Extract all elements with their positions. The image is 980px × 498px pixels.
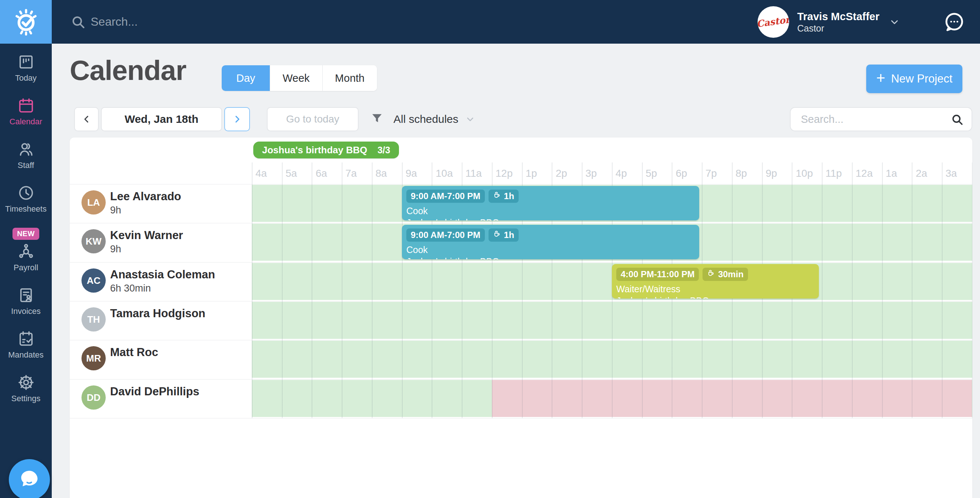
sidebar-item-calendar[interactable]: Calendar — [0, 97, 52, 127]
current-date-display[interactable]: Wed, Jan 18th — [101, 107, 222, 131]
today-icon — [17, 53, 35, 71]
shift-project: Joshua's birthday BBQ — [616, 296, 815, 298]
sidebar-item-today[interactable]: Today — [0, 53, 52, 83]
staff-name: Kevin Warner — [110, 229, 183, 242]
avatar: DD — [81, 385, 106, 410]
availability-available[interactable] — [252, 302, 972, 339]
sidebar-item-label: Mandates — [8, 350, 44, 360]
hour-label: 10a — [436, 168, 453, 179]
hour-label: 3a — [945, 168, 957, 179]
sidebar-item-label: Payroll — [14, 263, 38, 273]
tab-week[interactable]: Week — [270, 65, 323, 91]
staff-row-mr[interactable]: MRMatt Roc — [70, 340, 252, 379]
chevron-down-icon — [890, 17, 899, 27]
hour-label: 1p — [526, 168, 537, 179]
company-logo-text: Castor — [757, 14, 789, 29]
filter-icon[interactable] — [370, 112, 384, 127]
user-text: Travis McStaffer Castor — [797, 10, 880, 34]
new-badge: NEW — [13, 228, 39, 240]
tab-month[interactable]: Month — [323, 65, 377, 91]
sidebar-item-label: Calendar — [10, 117, 42, 127]
chat-bubble-icon — [18, 468, 40, 492]
user-company: Castor — [797, 23, 880, 34]
sidebar-nav: TodayCalendarStaffTimesheetsNEWPayrollIn… — [0, 44, 52, 403]
invoices-icon — [17, 286, 35, 304]
staff-name: Anastasia Coleman — [110, 268, 215, 281]
hour-label: 5p — [646, 168, 657, 179]
sidebar-item-payroll[interactable]: NEWPayroll — [0, 228, 52, 273]
avatar: LA — [81, 190, 106, 214]
hour-label: 4a — [255, 168, 267, 179]
sidebar-item-staff[interactable]: Staff — [0, 140, 52, 170]
staff-row-ac[interactable]: ACAnastasia Coleman6h 30min — [70, 262, 252, 301]
shift-cook[interactable]: 9:00 AM-7:00 PM1hCookJoshua's birthday B… — [402, 225, 699, 259]
search-icon[interactable] — [951, 113, 964, 126]
shift-time: 9:00 AM-7:00 PM — [406, 190, 485, 203]
row-separator — [70, 418, 972, 419]
shift-role: Cook — [406, 206, 695, 216]
hour-label: 10p — [796, 168, 813, 179]
avatar: MR — [81, 346, 106, 370]
project-banner[interactable]: Joshua's birthday BBQ 3/3 — [253, 141, 399, 159]
staff-row-la[interactable]: LALee Alvarado9h — [70, 184, 252, 223]
hour-label: 9p — [766, 168, 777, 179]
calendar-icon — [17, 97, 35, 114]
go-to-today-button[interactable]: Go to today — [267, 107, 359, 131]
staff-row-th[interactable]: THTamara Hodgison — [70, 301, 252, 340]
hour-label: 6a — [316, 168, 327, 179]
sidebar-item-invoices[interactable]: Invoices — [0, 286, 52, 316]
hour-label: 9a — [406, 168, 417, 179]
shift-cook[interactable]: 9:00 AM-7:00 PM1hCookJoshua's birthday B… — [402, 186, 699, 220]
chevron-down-icon — [466, 115, 474, 124]
hour-label: 8a — [375, 168, 387, 179]
shift-break: 1h — [488, 190, 519, 203]
coffee-cup-icon — [707, 269, 715, 279]
staff-name: David DePhillips — [110, 385, 199, 398]
new-project-button[interactable]: + New Project — [866, 65, 963, 93]
sidebar-item-label: Staff — [18, 161, 34, 170]
staff-row-dd[interactable]: DDDavid DePhillips — [70, 379, 252, 418]
new-project-label: New Project — [891, 72, 953, 86]
sidebar-item-label: Timesheets — [5, 204, 47, 214]
shift-break: 1h — [488, 228, 519, 242]
shift-project: Joshua's birthday BBQ — [406, 256, 695, 259]
global-search-input[interactable] — [91, 15, 326, 29]
schedule-filter-dropdown[interactable]: All schedules — [393, 107, 474, 131]
hour-label: 8p — [735, 168, 747, 179]
shift-time: 4:00 PM-11:00 PM — [616, 268, 699, 281]
tab-day[interactable]: Day — [222, 65, 270, 91]
messages-icon[interactable] — [943, 11, 964, 33]
next-day-button[interactable] — [224, 107, 250, 131]
prev-day-button[interactable] — [74, 107, 99, 131]
staff-hours: 9h — [110, 244, 121, 255]
sidebar-item-mandates[interactable]: Mandates — [0, 330, 52, 360]
chat-launcher-button[interactable] — [9, 459, 50, 498]
staff-name: Matt Roc — [110, 346, 158, 359]
shift-pills: 4:00 PM-11:00 PM30min — [616, 268, 815, 281]
calendar-search — [790, 107, 972, 131]
shift-waiter-waitress[interactable]: 4:00 PM-11:00 PM30minWaiter/WaitressJosh… — [612, 264, 819, 298]
search-icon — [71, 15, 86, 29]
staff-hours: 6h 30min — [110, 283, 151, 294]
availability-available[interactable] — [252, 341, 972, 378]
calendar-search-input[interactable] — [801, 108, 940, 130]
sidebar-item-timesheets[interactable]: Timesheets — [0, 184, 52, 214]
sidebar: TodayCalendarStaffTimesheetsNEWPayrollIn… — [0, 0, 52, 498]
hour-label: 1a — [886, 168, 897, 179]
sidebar-item-settings[interactable]: Settings — [0, 374, 52, 403]
staff-hours: 9h — [110, 205, 121, 216]
availability-unavailable — [492, 380, 972, 417]
chevron-left-icon — [81, 114, 92, 124]
schedule-filter-label: All schedules — [393, 113, 458, 125]
user-menu[interactable]: Castor Travis McStaffer Castor — [757, 6, 899, 38]
hour-label: 12p — [495, 168, 513, 179]
staff-name: Tamara Hodgison — [110, 307, 205, 320]
staff-row-kw[interactable]: KWKevin Warner9h — [70, 223, 252, 262]
app-logo[interactable] — [0, 0, 52, 44]
plus-icon: + — [876, 70, 885, 86]
sidebar-item-label: Settings — [11, 394, 41, 403]
staff-icon — [17, 140, 35, 158]
sidebar-item-label: Today — [15, 73, 37, 83]
hour-label: 7a — [345, 168, 357, 179]
hour-label: 7p — [705, 168, 717, 179]
